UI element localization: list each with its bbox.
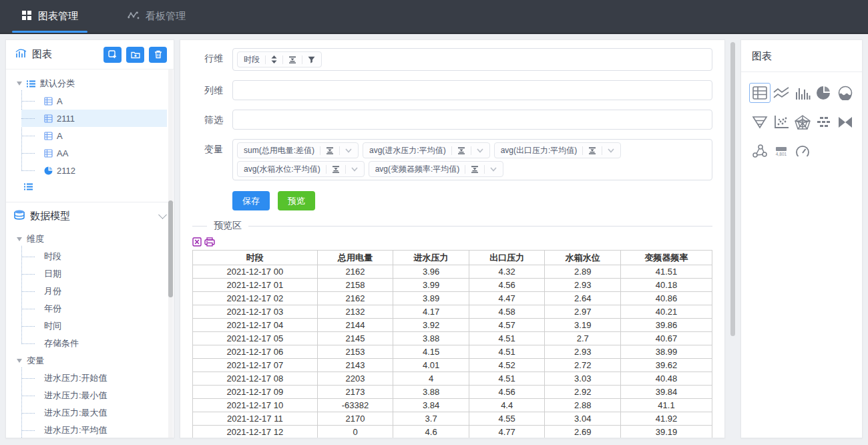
tree-item-field[interactable]: 进水压力:最大值 [21,404,167,422]
tree-item-field[interactable]: 日期 [21,265,167,283]
aggregate-icon[interactable] [457,147,465,154]
filter-funnel-icon[interactable] [308,56,315,63]
tree-item-field[interactable]: 时间 [21,317,167,335]
table-cell: 4.57 [469,319,545,332]
tab-chart-management[interactable]: 图表管理 [12,0,87,33]
tree-item-field[interactable]: 月份 [21,283,167,300]
aggregate-icon[interactable] [326,147,334,154]
tree-item-field[interactable]: 进水压力:平均值 [21,422,167,438]
category-list-icon [27,80,35,88]
tree-node-unnamed-category[interactable] [13,179,167,195]
kanban-icon [128,11,140,22]
funnel-chart-type-icon[interactable] [749,112,771,132]
variable-tag[interactable]: avg(出口压力:平均值) [494,142,622,158]
tree-item-chart[interactable]: AA [21,144,167,162]
excel-export-icon[interactable] [192,237,202,247]
divider [484,165,485,174]
table-cell: 2203 [317,372,393,386]
tag-label: sum(总用电量:差值) [244,145,314,156]
table-cell: 4.15 [393,345,469,359]
tree-item-chart[interactable]: 2112 [21,162,167,179]
cross-chart-type-icon[interactable] [835,112,856,132]
radar-chart-type-icon[interactable] [792,112,813,132]
table-chart-type-icon[interactable] [749,83,771,103]
preview-button[interactable]: 预览 [278,191,315,210]
column-header: 进水压力 [393,251,469,265]
variable-tag[interactable]: avg(变频器频率:平均值) [369,161,504,177]
line-chart-type-icon[interactable] [771,83,792,103]
variable-tag[interactable]: sum(总用电量:差值) [237,142,359,158]
bar-chart-type-icon[interactable] [792,83,813,103]
table-cell: 2.93 [545,345,621,359]
variable-tag[interactable]: avg(进水压力:平均值) [363,142,490,158]
chevron-down-icon[interactable] [345,148,352,153]
middle-scrollbar-thumb[interactable] [730,42,735,336]
tree-node-variables[interactable]: 变量 [13,352,167,369]
chevron-down-icon[interactable] [608,148,614,153]
data-model-header[interactable]: 数据模型 [6,202,174,229]
table-cell: 2021-12-17 02 [193,292,318,305]
variable-items: 进水压力:开始值进水压力:最小值进水压力:最大值进水压力:平均值进水压力:差值出… [21,369,167,438]
tree-node-default-category[interactable]: 默认分类 [13,75,167,92]
aggregate-icon[interactable] [332,166,340,173]
variable-tag[interactable]: avg(水箱水位:平均值) [237,161,365,177]
table-cell: 4.47 [469,292,545,305]
table-cell: 38.99 [621,345,712,359]
tree-item-chart[interactable]: 2111 [21,110,167,127]
tree-item-field[interactable]: 进水压力:开始值 [21,369,167,387]
aggregate-icon[interactable] [471,166,479,173]
table-cell: 4.17 [393,305,469,319]
heatmap-chart-type-icon[interactable] [813,112,835,132]
pie-chart-type-icon[interactable] [813,83,835,103]
left-scrollbar-thumb[interactable] [168,200,173,297]
row-dimension-tag[interactable]: 时段 [237,51,322,67]
add-folder-button[interactable] [126,47,144,63]
tree-item-field[interactable]: 进水压力:最小值 [21,387,167,404]
scatter-chart-type-icon[interactable] [771,112,792,132]
chevron-down-icon[interactable] [477,148,483,153]
aggregate-icon[interactable] [588,147,596,154]
caret-down-icon[interactable] [17,237,22,241]
print-icon[interactable] [204,237,215,247]
kpi-sample-value: 4,801 [776,152,787,156]
delete-button[interactable] [149,47,167,63]
table-cell: 40.67 [621,332,712,345]
table-cell: 3.88 [393,386,469,399]
caret-down-icon[interactable] [17,82,22,86]
table-cell: 4.56 [469,279,545,292]
table-cell: 4.55 [469,412,545,426]
column-dimension-input[interactable] [232,80,712,100]
chevron-down-icon[interactable] [490,167,497,172]
tree-item-field[interactable]: 时段 [21,248,167,265]
tree-node-dimensions[interactable]: 维度 [13,231,167,248]
tree-item-chart[interactable]: A [21,92,167,110]
filter-input[interactable] [232,110,712,130]
column-header: 变频器频率 [621,251,712,265]
liquid-chart-type-icon[interactable] [835,83,856,103]
relation-chart-type-icon[interactable] [749,142,771,162]
table-cell: 2.89 [545,265,621,279]
table-chart-icon [44,132,53,140]
table-row: 2021-12-17 0521453.884.512.740.67 [193,332,712,345]
tree-item-field[interactable]: 存储条件 [21,335,167,352]
tab-dashboard-management[interactable]: 看板管理 [118,0,195,33]
tree-item-field[interactable]: 年份 [21,300,167,317]
gauge-chart-type-icon[interactable] [792,142,813,162]
sort-icon[interactable] [271,55,277,63]
row-dimension-input[interactable]: 时段 [232,48,712,71]
tab-label: 图表管理 [38,10,78,23]
column-header: 时段 [193,251,318,265]
chevron-down-icon[interactable] [351,167,358,172]
row-dimension-field: 行维 时段 [192,48,712,71]
add-chart-button[interactable] [103,47,122,63]
save-button[interactable]: 保存 [232,191,270,210]
aggregate-icon[interactable] [288,56,296,63]
caret-down-icon[interactable] [17,359,22,363]
tree-item-chart[interactable]: A [21,127,167,144]
tree-node-label: 变量 [27,355,44,367]
table-cell: 3.88 [393,332,469,345]
preview-table: 时段 总用电量 进水压力 出口压力 水箱水位 变频器频率 2021-12-17 … [192,250,712,438]
chevron-down-icon[interactable] [158,210,167,219]
kpi-card-chart-type-icon[interactable]: 4,801 [771,142,792,162]
variables-input[interactable]: sum(总用电量:差值)avg(进水压力:平均值)avg(出口压力:平均值)av… [232,139,712,180]
